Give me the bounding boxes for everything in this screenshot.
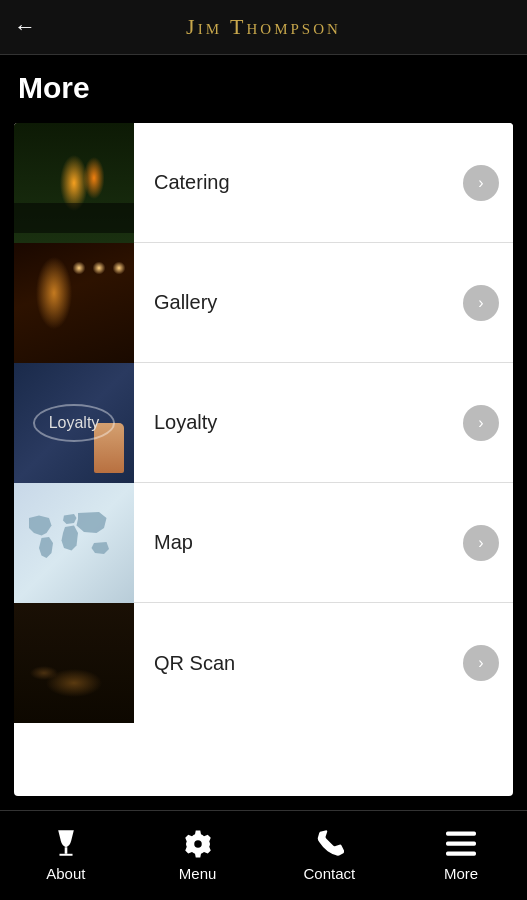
catering-label: Catering — [134, 171, 463, 194]
list-item-gallery[interactable]: Gallery › — [14, 243, 513, 363]
svg-rect-4 — [446, 842, 476, 846]
gallery-label: Gallery — [134, 291, 463, 314]
loyalty-label: Loyalty — [134, 411, 463, 434]
loyalty-thumbnail: Loyalty — [14, 363, 134, 483]
nav-more-label: More — [444, 865, 478, 882]
svg-rect-1 — [59, 854, 72, 856]
catering-chevron: › — [463, 165, 499, 201]
gallery-chevron: › — [463, 285, 499, 321]
app-title: Jim Thompson — [186, 14, 341, 40]
page-title: More — [18, 71, 90, 104]
hamburger-menu-icon — [446, 829, 476, 859]
nav-more[interactable]: More — [395, 811, 527, 900]
list-item-loyalty[interactable]: Loyalty Loyalty › — [14, 363, 513, 483]
gear-icon — [183, 829, 213, 859]
svg-point-2 — [194, 840, 202, 848]
list-item-catering[interactable]: Catering › — [14, 123, 513, 243]
svg-rect-5 — [446, 852, 476, 856]
nav-about-label: About — [46, 865, 85, 882]
loyalty-text: Loyalty — [33, 404, 116, 442]
catering-thumbnail — [14, 123, 134, 243]
nav-contact[interactable]: Contact — [264, 811, 396, 900]
qrscan-thumbnail — [14, 603, 134, 723]
bottom-navigation: About Menu Contact More — [0, 810, 527, 900]
world-map-svg — [24, 503, 124, 583]
map-label: Map — [134, 531, 463, 554]
menu-list: Catering › Gallery › Loyalty Loyalty › — [14, 123, 513, 796]
back-button[interactable]: ← — [14, 16, 36, 38]
wine-glass-icon — [51, 829, 81, 859]
map-chevron: › — [463, 525, 499, 561]
qrscan-chevron: › — [463, 645, 499, 681]
qrscan-label: QR Scan — [134, 652, 463, 675]
map-thumbnail — [14, 483, 134, 603]
page-title-area: More — [0, 55, 527, 123]
loyalty-chevron: › — [463, 405, 499, 441]
svg-rect-0 — [65, 847, 68, 854]
svg-rect-3 — [446, 832, 476, 836]
nav-contact-label: Contact — [304, 865, 356, 882]
phone-icon — [314, 829, 344, 859]
nav-about[interactable]: About — [0, 811, 132, 900]
list-item-map[interactable]: Map › — [14, 483, 513, 603]
nav-menu-label: Menu — [179, 865, 217, 882]
gallery-thumbnail — [14, 243, 134, 363]
list-item-qrscan[interactable]: QR Scan › — [14, 603, 513, 723]
nav-menu[interactable]: Menu — [132, 811, 264, 900]
header: ← Jim Thompson — [0, 0, 527, 55]
